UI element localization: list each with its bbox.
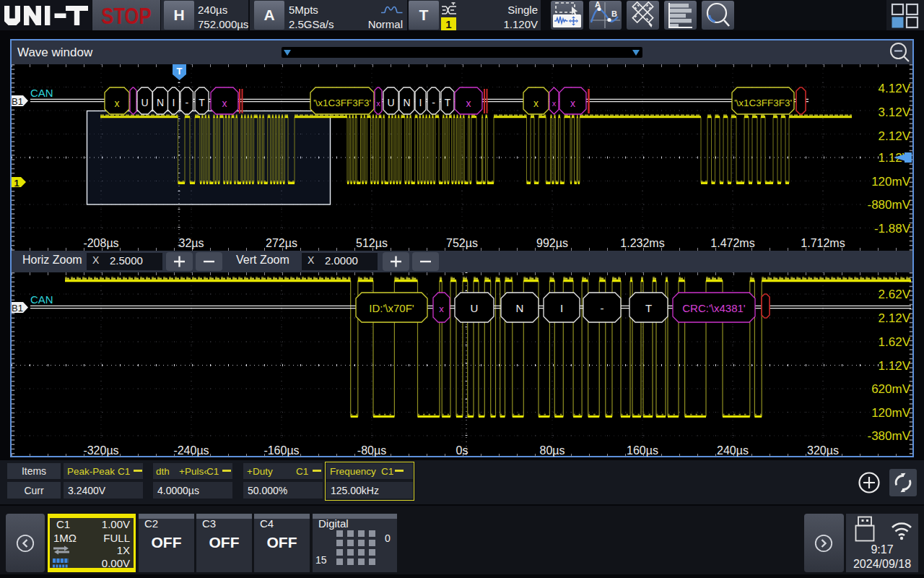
svg-text:320µs: 320µs [807, 444, 839, 457]
svg-text:I: I [173, 97, 175, 108]
svg-text:'\x1C3FF3F3': '\x1C3FF3F3' [734, 98, 792, 108]
svg-text:4.12V: 4.12V [879, 82, 911, 95]
svg-text:CRC:'\x4381': CRC:'\x4381' [682, 302, 746, 314]
svg-text:T: T [645, 302, 652, 314]
svg-text:-160µs: -160µs [263, 444, 299, 457]
svg-text:x: x [466, 98, 471, 109]
svg-text:U: U [141, 97, 148, 108]
svg-text:-1.88V: -1.88V [874, 222, 911, 236]
svg-text:2.12V: 2.12V [879, 311, 911, 325]
svg-text:B: B [611, 9, 617, 18]
svg-text:I: I [419, 97, 422, 108]
svg-text:x: x [552, 99, 557, 108]
svg-text:752µs: 752µs [446, 237, 478, 249]
svg-text:ID:'\x70F': ID:'\x70F' [369, 302, 414, 314]
svg-text:x: x [533, 98, 539, 109]
svg-text:1.12V: 1.12V [879, 359, 911, 373]
svg-text:32µs: 32µs [178, 237, 204, 249]
svg-text:620mV: 620mV [871, 382, 911, 396]
svg-text:2.12V: 2.12V [879, 129, 911, 143]
svg-text:T: T [199, 97, 205, 108]
svg-text:N: N [157, 97, 164, 108]
svg-text:-880mV: -880mV [867, 198, 910, 212]
svg-text:x: x [376, 99, 380, 108]
svg-text:U: U [471, 302, 479, 314]
svg-text:I: I [560, 302, 563, 314]
svg-text:A: A [595, 1, 601, 9]
svg-text:B1: B1 [12, 303, 23, 314]
svg-text:x: x [222, 98, 227, 109]
svg-text:80µs: 80µs [539, 444, 565, 457]
svg-text:992µs: 992µs [536, 237, 568, 249]
svg-text:x: x [439, 303, 444, 314]
svg-text:120mV: 120mV [871, 406, 911, 420]
svg-text:2.62V: 2.62V [879, 288, 911, 301]
svg-text:CAN: CAN [30, 293, 53, 306]
svg-text:1.712ms: 1.712ms [801, 237, 845, 249]
svg-text:1.232ms: 1.232ms [620, 237, 664, 249]
svg-text:T: T [445, 97, 451, 108]
svg-text:-80µs: -80µs [357, 444, 386, 457]
svg-text:-208µs: -208µs [83, 237, 118, 249]
svg-text:160µs: 160µs [627, 444, 658, 457]
svg-text:-: - [432, 97, 435, 108]
svg-text:-: - [601, 302, 604, 314]
svg-text:1: 1 [14, 178, 19, 189]
svg-text:1.472ms: 1.472ms [710, 237, 754, 249]
svg-text:U: U [387, 97, 394, 108]
svg-text:120mV: 120mV [871, 175, 911, 189]
svg-text:-380mV: -380mV [867, 429, 910, 443]
svg-text:T: T [177, 66, 183, 77]
svg-text:-240µs: -240µs [173, 444, 209, 457]
svg-text:3.12V: 3.12V [879, 105, 911, 119]
svg-text:'\x1C3FF3F3': '\x1C3FF3F3' [313, 98, 371, 108]
svg-text:-: - [185, 97, 188, 108]
svg-text:1.62V: 1.62V [879, 335, 911, 349]
svg-text:N: N [403, 97, 410, 108]
svg-text:272µs: 272µs [266, 237, 297, 249]
svg-text:B1: B1 [12, 96, 23, 107]
svg-text:x: x [115, 98, 120, 109]
svg-text:-320µs: -320µs [83, 444, 118, 457]
svg-text:x: x [570, 98, 575, 109]
svg-text:N: N [516, 302, 524, 314]
svg-text:CAN: CAN [30, 87, 53, 99]
svg-text:240µs: 240µs [717, 444, 749, 457]
svg-text:512µs: 512µs [356, 237, 388, 249]
svg-text:0s: 0s [456, 444, 468, 457]
